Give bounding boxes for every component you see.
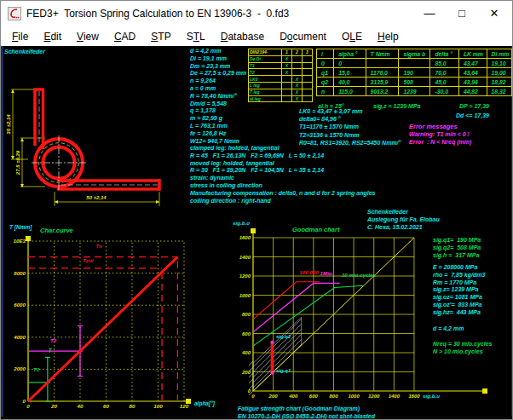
svg-text:T2: T2 bbox=[50, 337, 57, 343]
goodman-caption: Fatigue strength chart (Goodman Diagram)… bbox=[238, 406, 375, 420]
svg-text:alpha[°]: alpha[°] bbox=[194, 400, 216, 407]
svg-text:1000: 1000 bbox=[239, 293, 251, 298]
header-line: C. Hexa, 15.02.2021 bbox=[367, 224, 440, 232]
svg-text:1200: 1200 bbox=[239, 273, 251, 279]
results-row-n: n115,09013,21239-30,044,8218,32 bbox=[317, 87, 512, 96]
param-line: Manufacturing compensation : delta0, n a… bbox=[190, 190, 375, 198]
svg-text:20: 20 bbox=[50, 403, 57, 409]
svg-text:200: 200 bbox=[241, 370, 251, 375]
spring-drawing: 35 ±2,1427,5 ±0,2950 ±2,14 bbox=[6, 89, 159, 206]
param-line: coiling direction : right-hand bbox=[190, 198, 375, 205]
svg-text:600: 600 bbox=[242, 331, 251, 337]
error-line: Warning: T1 min < 0 ! bbox=[409, 131, 471, 139]
header-line: Schenkelfeder bbox=[367, 209, 440, 216]
app-window: FED3+ Torsion Spring Calculation to EN 1… bbox=[0, 0, 513, 420]
alh-value: al.h = 25° bbox=[318, 103, 344, 109]
svg-text:T1: T1 bbox=[33, 366, 40, 372]
param-line: n = 9,264 bbox=[190, 78, 246, 85]
param-line: delta0= 84,96 ° bbox=[299, 115, 401, 123]
sigz-value: sig.z = 1239 MPa bbox=[373, 103, 420, 109]
svg-text:800: 800 bbox=[242, 312, 251, 317]
svg-text:1400: 1400 bbox=[239, 255, 251, 260]
svg-text:sig.b.u: sig.b.u bbox=[423, 393, 440, 399]
value-line: sig.z= 1239 MPa bbox=[433, 286, 485, 294]
svg-text:1Mio.: 1Mio. bbox=[320, 270, 334, 276]
svg-text:T [Nmm]: T [Nmm] bbox=[9, 224, 32, 231]
param-line: fe = 126,8 Hz bbox=[190, 130, 246, 138]
din-row-LK0: LK0X bbox=[249, 76, 313, 83]
caption-line: Fatigue strength chart (Goodman Diagram) bbox=[238, 406, 375, 413]
svg-text:80: 80 bbox=[130, 403, 135, 409]
svg-text:2000: 2000 bbox=[13, 365, 26, 371]
param-line: d = 4,2 mm bbox=[190, 48, 246, 55]
value-line: sig.h = 317 MPa bbox=[433, 252, 481, 260]
cycles-values: Nreq = 30 mio.cyclesN > 10 mio.cycles bbox=[433, 341, 492, 356]
param-line: T2=3136 ± 1570 Nmm bbox=[299, 131, 401, 139]
svg-text:Tzul: Tzul bbox=[83, 257, 94, 263]
svg-text:sig.b.o: sig.b.o bbox=[233, 220, 250, 226]
svg-text:27,5 ±0,29: 27,5 ±0,29 bbox=[15, 150, 20, 175]
param-line: R = 30 F1 = 39,20N F2 = 104,5N L = 35 ± … bbox=[190, 167, 375, 175]
svg-text:0: 0 bbox=[248, 388, 251, 394]
value-line: N > 10 mio.cycles bbox=[433, 348, 492, 356]
leg-params-block: clamped leg: holded, tangentialR = 45 F1… bbox=[190, 145, 375, 204]
svg-text:60: 60 bbox=[103, 403, 109, 409]
param-line: Dm/d = 5,548 bbox=[190, 101, 246, 108]
caption-line: EN 10270-1-DH (ISO 8458-2-DH) not shot-b… bbox=[238, 413, 375, 420]
din-row-De,Di: De,DiX bbox=[249, 55, 313, 62]
svg-text:400: 400 bbox=[241, 350, 251, 355]
param-line: De = 27,5 ± 0,29 mm bbox=[190, 70, 246, 78]
header-line: Auslegung für Fa. Elobau bbox=[367, 216, 440, 224]
param-line: stress in coiling direction bbox=[190, 182, 375, 190]
mid-params-block: LK0 = 43,47 ± 3,07 mmdelta0= 84,96 °T1=1… bbox=[299, 107, 401, 147]
param-line: strain: dynamic bbox=[190, 175, 375, 182]
din-row-L leg: L legX bbox=[249, 82, 313, 89]
svg-text:35 ±2,14: 35 ±2,14 bbox=[6, 114, 11, 135]
svg-text:10 mio.cycles: 10 mio.cycles bbox=[342, 272, 377, 278]
svg-text:0: 0 bbox=[26, 403, 30, 409]
din-row-al.leg: al.legX bbox=[249, 95, 313, 102]
drawing-title: Schenkelfeder bbox=[4, 49, 45, 55]
error-line: Error : N < Nreq (min) bbox=[409, 139, 471, 147]
svg-text:50 ±2,14: 50 ±2,14 bbox=[86, 195, 107, 200]
din2194-quality-table: DIN2194-123De,DiXT1XT2XLK0XL legXT legXa… bbox=[248, 49, 313, 102]
svg-text:Goodman chart: Goodman chart bbox=[292, 226, 340, 233]
svg-text:100: 100 bbox=[153, 403, 163, 409]
svg-text:1600: 1600 bbox=[408, 394, 420, 399]
value-line: Rm = 1770 MPa bbox=[433, 279, 485, 287]
wire-diameter-value: d = 4,2 mm bbox=[433, 325, 464, 331]
svg-text:10E3: 10E3 bbox=[14, 238, 26, 244]
svg-text:0: 0 bbox=[23, 398, 26, 404]
svg-text:Char.curve: Char.curve bbox=[40, 227, 73, 234]
param-line: m = 82,99 g bbox=[190, 115, 246, 123]
din-row-T leg: T legX bbox=[249, 89, 313, 95]
svg-text:100 000: 100 000 bbox=[299, 269, 319, 275]
value-line: sig.oz'= 833 MPa bbox=[433, 302, 485, 309]
value-line: sig.oz= 1081 MPa bbox=[433, 294, 485, 302]
material-values: E = 208000 MParho = 7,85 kg/dm3Rm = 1770… bbox=[433, 264, 485, 317]
svg-text:1000: 1000 bbox=[348, 394, 360, 399]
error-messages-title: Error messages bbox=[409, 123, 458, 130]
results-row-q2: q240,03135,950845,043,9418,82 bbox=[317, 78, 512, 87]
value-line: sig.hz= 443 MPa bbox=[433, 309, 485, 317]
value-line: E = 208000 MPa bbox=[433, 264, 485, 272]
param-line: Dm = 23,3 mm bbox=[190, 63, 246, 71]
param-line: R = 45 F1 = 26,13N F2 = 69,69N L = 50 ± … bbox=[190, 152, 375, 160]
svg-text:800: 800 bbox=[329, 394, 338, 399]
svg-text:1400: 1400 bbox=[389, 394, 401, 399]
din-row-T1: T1X bbox=[249, 62, 313, 69]
param-line: Di = 19,1 mm bbox=[190, 55, 246, 63]
param-line: R = 78,40 Nmm/° bbox=[190, 93, 246, 101]
svg-text:sig.q2: sig.q2 bbox=[276, 334, 291, 339]
results-row-q1: q115,01176,019070,043,6419,00 bbox=[317, 68, 512, 78]
results-row-0: 0085,043,4719,10 bbox=[317, 59, 512, 68]
svg-text:4000: 4000 bbox=[13, 334, 26, 340]
svg-text:1600: 1600 bbox=[239, 235, 251, 240]
dp-value: DP = 17,39 bbox=[459, 103, 489, 109]
param-line: a = 0 mm bbox=[190, 85, 246, 93]
svg-text:120: 120 bbox=[180, 403, 189, 409]
svg-text:6000: 6000 bbox=[14, 302, 26, 308]
svg-text:40: 40 bbox=[77, 403, 84, 409]
svg-text:sig.q1: sig.q1 bbox=[276, 368, 291, 373]
svg-text:200: 200 bbox=[268, 394, 279, 399]
